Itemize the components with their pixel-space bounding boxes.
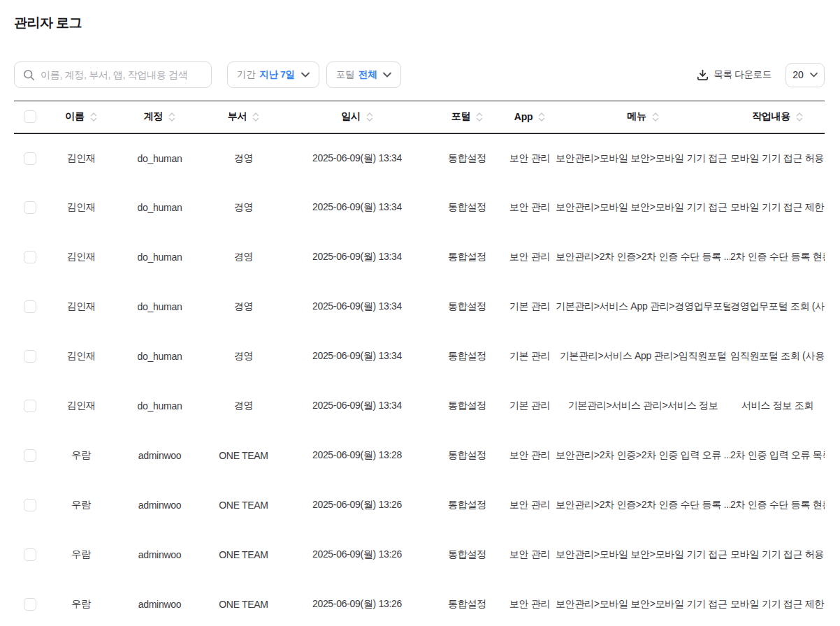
row-checkbox[interactable] [24, 300, 36, 313]
download-list-button[interactable]: 목록 다운로드 [697, 68, 772, 81]
row-checkbox-cell [14, 332, 46, 381]
row-checkbox[interactable] [24, 152, 36, 165]
cell-name: 김인재 [46, 381, 116, 431]
column-header-name: 이름 [46, 101, 116, 133]
cell-datetime: 2025-06-09(월) 13:34 [284, 282, 430, 332]
cell-dept: 경영 [203, 332, 284, 381]
column-header-dept: 부서 [203, 101, 284, 133]
filter-group: 기간 지난 7일 포털 전체 [227, 61, 401, 88]
cell-datetime: 2025-06-09(월) 13:34 [284, 381, 430, 431]
table-row: 김인재 do_human 경영 2025-06-09(월) 13:34 통합설정… [14, 133, 825, 183]
cell-datetime: 2025-06-09(월) 13:26 [284, 580, 430, 626]
download-icon [697, 69, 709, 81]
row-checkbox[interactable] [24, 548, 36, 561]
cell-dept: ONE TEAM [203, 580, 284, 626]
table-header-row: 이름 계정 부서 [14, 101, 825, 133]
sort-icon[interactable] [366, 112, 373, 122]
chevron-down-icon [301, 72, 310, 78]
period-filter-button[interactable]: 기간 지난 7일 [227, 61, 319, 88]
column-header-account: 계정 [116, 101, 203, 133]
chevron-down-icon [383, 72, 391, 78]
cell-account: adminwoo [116, 530, 203, 580]
table-row: 김인재 do_human 경영 2025-06-09(월) 13:34 통합설정… [14, 381, 825, 431]
table-row: 김인재 do_human 경영 2025-06-09(월) 13:34 통합설정… [14, 233, 825, 282]
portal-filter-button[interactable]: 포털 전체 [326, 61, 402, 88]
download-list-label: 목록 다운로드 [714, 68, 772, 81]
column-header-app: App [504, 101, 556, 133]
cell-app: 기본 관리 [504, 282, 556, 332]
cell-datetime: 2025-06-09(월) 13:28 [284, 431, 430, 481]
cell-portal: 통합설정 [430, 580, 504, 626]
cell-app: 기본 관리 [504, 381, 556, 431]
cell-datetime: 2025-06-09(월) 13:34 [284, 133, 430, 183]
cell-task: 모바일 기기 접근 허용 목... [730, 530, 825, 580]
cell-portal: 통합설정 [430, 183, 504, 233]
cell-account: do_human [116, 233, 203, 282]
row-checkbox[interactable] [24, 201, 36, 214]
cell-account: do_human [116, 282, 203, 332]
cell-task: 임직원포털 조회 (사용 A... [730, 332, 825, 381]
cell-dept: 경영 [203, 381, 284, 431]
cell-task: 경영업무포털 조회 (사용 ... [730, 282, 825, 332]
cell-dept: ONE TEAM [203, 530, 284, 580]
cell-menu: 기본관리>서비스 App 관리>경영업무포털 [556, 282, 730, 332]
row-checkbox[interactable] [24, 449, 36, 462]
cell-menu: 보안관리>2차 인증>2차 인증 입력 오류 ... [556, 431, 730, 481]
sort-icon[interactable] [168, 112, 175, 122]
cell-menu: 보안관리>2차 인증>2차 인증 수단 등록 ... [556, 481, 730, 530]
row-checkbox-cell [14, 431, 46, 481]
search-input[interactable] [41, 69, 203, 80]
cell-menu: 기본관리>서비스 App 관리>임직원포털 [556, 332, 730, 381]
table-row: 우람 adminwoo ONE TEAM 2025-06-09(월) 13:26… [14, 481, 825, 530]
column-header-datetime: 일시 [284, 101, 430, 133]
column-label: 작업내용 [752, 110, 790, 123]
row-checkbox[interactable] [24, 350, 36, 363]
cell-menu: 보안관리>모바일 보안>모바일 기기 접근 ... [556, 530, 730, 580]
cell-task: 모바일 기기 접근 제한 설... [730, 580, 825, 626]
select-all-checkbox[interactable] [24, 110, 36, 123]
cell-portal: 통합설정 [430, 133, 504, 183]
table-row: 김인재 do_human 경영 2025-06-09(월) 13:34 통합설정… [14, 183, 825, 233]
cell-task: 서비스 정보 조회 [730, 381, 825, 431]
row-checkbox[interactable] [24, 598, 36, 611]
cell-name: 김인재 [46, 183, 116, 233]
sort-icon[interactable] [90, 112, 97, 122]
cell-menu: 보안관리>모바일 보안>모바일 기기 접근 ... [556, 133, 730, 183]
cell-account: do_human [116, 381, 203, 431]
sort-icon[interactable] [476, 112, 483, 122]
row-checkbox[interactable] [24, 251, 36, 263]
row-checkbox-cell [14, 381, 46, 431]
column-label: 메뉴 [627, 110, 646, 123]
cell-name: 우람 [46, 530, 116, 580]
cell-portal: 통합설정 [430, 282, 504, 332]
row-checkbox-cell [14, 183, 46, 233]
cell-dept: 경영 [203, 282, 284, 332]
cell-task: 2차 인증 수단 등록 현황 ... [730, 481, 825, 530]
sort-icon[interactable] [796, 112, 803, 122]
sort-icon[interactable] [538, 112, 545, 122]
portal-filter-value: 전체 [359, 68, 377, 81]
column-label: 이름 [65, 110, 84, 123]
toolbar-right: 목록 다운로드 20 [697, 63, 825, 87]
cell-account: do_human [116, 183, 203, 233]
portal-filter-label: 포털 [336, 68, 354, 81]
sort-icon[interactable] [252, 112, 259, 122]
cell-dept: ONE TEAM [203, 431, 284, 481]
cell-datetime: 2025-06-09(월) 13:26 [284, 530, 430, 580]
row-checkbox[interactable] [24, 499, 36, 511]
cell-menu: 보안관리>모바일 보안>모바일 기기 접근 ... [556, 183, 730, 233]
page-size-select[interactable]: 20 [785, 63, 825, 87]
cell-name: 김인재 [46, 332, 116, 381]
cell-portal: 통합설정 [430, 332, 504, 381]
cell-account: adminwoo [116, 481, 203, 530]
period-filter-value: 지난 7일 [259, 68, 294, 81]
cell-name: 우람 [46, 481, 116, 530]
table-row: 우람 adminwoo ONE TEAM 2025-06-09(월) 13:26… [14, 530, 825, 580]
column-label: App [514, 111, 533, 122]
cell-app: 보안 관리 [504, 233, 556, 282]
row-checkbox[interactable] [24, 400, 36, 412]
cell-datetime: 2025-06-09(월) 13:34 [284, 183, 430, 233]
chevron-down-icon [810, 72, 818, 78]
cell-name: 김인재 [46, 282, 116, 332]
sort-icon[interactable] [652, 112, 659, 122]
